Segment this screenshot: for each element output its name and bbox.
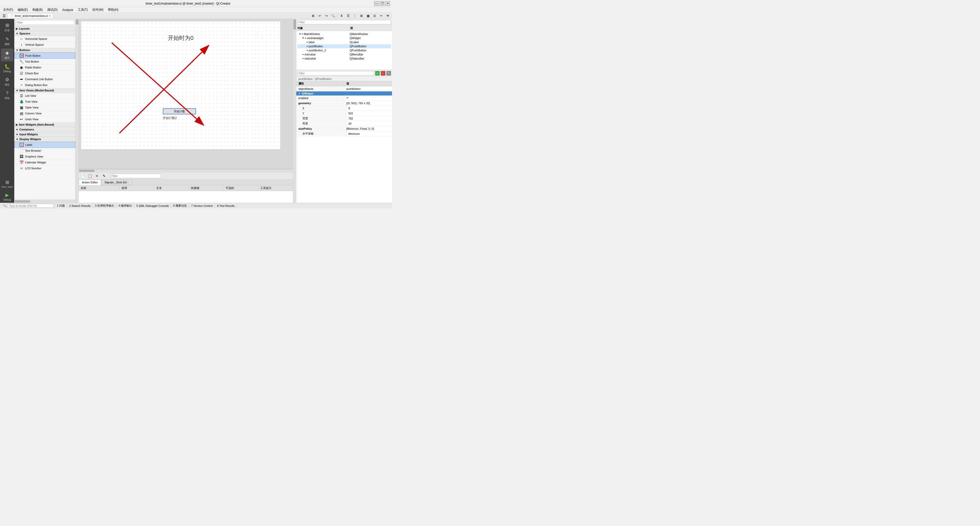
widget-item-treeview[interactable]: 🌲 Tree View xyxy=(14,99,75,105)
toolbar-design-btn1[interactable]: ⊞ xyxy=(310,13,316,19)
sidebar-item-debug2[interactable]: ▶ Debug xyxy=(1,191,13,203)
category-itemviews[interactable]: ▼ Item Views (Model-Based) xyxy=(14,88,75,93)
toolbar-layout-f[interactable]: ▦ xyxy=(365,13,371,19)
menu-file[interactable]: 文件(F) xyxy=(1,7,15,13)
widget-item-toolbutton[interactable]: 🔧 Tool Button xyxy=(14,59,75,65)
canvas-form[interactable]: 开始时为0 开始计数 开始计数2 xyxy=(81,21,280,149)
toolbar-break[interactable]: ✂ xyxy=(378,13,384,19)
design-scrollbar-thumb-v[interactable] xyxy=(293,19,296,30)
action-editor-filter[interactable] xyxy=(110,174,161,178)
tree-row-pushbutton2[interactable]: ▪ pushButton_2 QPushButton xyxy=(298,48,391,53)
ae-edit-btn[interactable]: ✎ xyxy=(101,173,107,179)
category-inputwidgets[interactable]: ▼ Input Widgets xyxy=(14,132,75,137)
tree-row-statusbar[interactable]: ▪ statusbar QStatusBar xyxy=(298,56,391,61)
widget-filter-input[interactable] xyxy=(15,20,74,25)
status-app-output[interactable]: 3 应用程序输出 xyxy=(93,203,116,208)
prop-row-height[interactable]: 高度 20 xyxy=(296,121,392,126)
widget-item-dialogbuttonbox[interactable]: ✕ Dialog Button Box xyxy=(14,82,75,88)
tree-row-centralwidget[interactable]: ▼ ▪ centralwidget QWidget xyxy=(298,36,391,40)
tab-signals-slots[interactable]: Signals _Slots Ed··· xyxy=(101,180,132,185)
sidebar-item-help[interactable]: ? 帮助 xyxy=(1,89,13,102)
widget-item-hspacer[interactable]: ↔ Horizontal Spacer xyxy=(14,36,75,42)
widget-item-textbrowser[interactable]: 📄 Text Browser xyxy=(14,148,75,154)
prop-section-qwidget[interactable]: ▼ QWidget xyxy=(296,91,392,96)
widget-item-vspacer[interactable]: ↕ Vertical Spacer xyxy=(14,42,75,48)
toolbar-preview[interactable]: 👁 xyxy=(385,13,391,19)
sidebar-toggle-btn[interactable]: ☰ xyxy=(1,13,7,19)
ae-new-btn[interactable]: 📄 xyxy=(80,173,86,179)
toolbar-layout-v[interactable]: ⋮ xyxy=(352,13,358,19)
sidebar-item-project2[interactable]: ⊞ timer_test2 xyxy=(1,178,13,190)
design-scrollbar-v-left[interactable] xyxy=(76,19,79,203)
widget-item-commandlink[interactable]: ➡ Command Link Button xyxy=(14,77,75,82)
design-scrollbar-thumb-h[interactable] xyxy=(79,170,94,172)
widget-item-label[interactable]: A Label xyxy=(14,142,75,148)
prop-row-width[interactable]: 宽度 782 xyxy=(296,116,392,121)
menu-help[interactable]: 帮助(H) xyxy=(106,7,121,13)
category-layouts[interactable]: ▶ Layouts xyxy=(14,26,75,31)
tree-row-label[interactable]: ▪ label QLabel xyxy=(298,40,391,44)
ae-delete-btn[interactable]: ✕ xyxy=(94,173,100,179)
prop-row-sizepolicy[interactable]: sizePolicy [Minimum, Fixed, 0, 0] xyxy=(296,126,392,131)
status-overview[interactable]: 6 概要信息 xyxy=(171,203,189,208)
category-spacers[interactable]: ▼ Spacers xyxy=(14,31,75,36)
category-containers[interactable]: ▼ Containers xyxy=(14,127,75,132)
menu-tools[interactable]: 工具(T) xyxy=(76,7,90,13)
widget-item-checkbox[interactable]: ☑ Check Box xyxy=(14,70,75,77)
sidebar-item-edit[interactable]: ✎ 编辑 xyxy=(1,35,13,48)
category-itemwidgets[interactable]: ▶ Item Widgets (Item-Based) xyxy=(14,122,75,127)
minimize-button[interactable]: — xyxy=(374,1,379,6)
file-tab[interactable]: 📄 timer_test1/mainwindow.ui ✕ xyxy=(8,13,53,18)
scrollbar-thumb-top[interactable] xyxy=(76,19,78,24)
widget-item-undoview[interactable]: ↩ Undo View xyxy=(14,116,75,122)
prop-row-geometry[interactable]: geometry [(9, 502), 782 x 20] xyxy=(296,100,392,106)
widget-item-graphicsview[interactable]: 🖼 Graphics View xyxy=(14,154,75,159)
object-inspector-filter[interactable] xyxy=(298,20,391,24)
property-add-btn[interactable]: + xyxy=(375,71,380,76)
menu-build[interactable]: 构建(B) xyxy=(30,7,45,13)
property-edit-btn[interactable]: ✎ xyxy=(387,71,391,76)
toolbar-layout-s[interactable]: ⊡ xyxy=(372,13,378,19)
prop-row-enabled[interactable]: enabled ✔ xyxy=(296,96,392,100)
tree-row-pushbutton[interactable]: ▪ pushButton QPushButton xyxy=(298,44,391,48)
widget-item-calendarwidget[interactable]: 📅 Calendar Widget xyxy=(14,159,75,166)
file-tab-close[interactable]: ✕ xyxy=(49,14,51,18)
menu-edit[interactable]: 编辑(E) xyxy=(16,7,30,13)
status-test-results[interactable]: 8 Test Results xyxy=(215,203,237,208)
tab-action-editor[interactable]: Action Editor xyxy=(79,180,101,185)
widget-item-columnview[interactable]: ▤ Column View xyxy=(14,110,75,116)
sidebar-item-design[interactable]: ◈ 设计 xyxy=(1,48,13,61)
status-qml-debugger[interactable]: 5 QML Debugger Console xyxy=(134,203,171,208)
menu-controls[interactable]: 控件(W) xyxy=(90,7,105,13)
status-search-input[interactable] xyxy=(8,204,54,208)
toolbar-design-btn3[interactable]: ↪ xyxy=(323,13,329,19)
toolbar-play-btn[interactable]: ⏸ xyxy=(339,13,345,19)
widget-item-radiobutton[interactable]: ◉ Radio Button xyxy=(14,65,75,70)
design-canvas[interactable]: 开始时为0 开始计数 开始计数2 xyxy=(79,19,293,169)
canvas-button1[interactable]: 开始计数 xyxy=(163,108,196,115)
design-scrollbar-v-right[interactable] xyxy=(293,19,296,203)
tree-row-mainwindow[interactable]: ▼ ▪ MainWindow QMainWindow xyxy=(298,32,391,36)
widget-scrollbar-thumb-h[interactable] xyxy=(15,201,30,202)
prop-row-objectname[interactable]: objectName pushButton xyxy=(296,86,392,91)
toolbar-design-btn4[interactable]: 🔍 xyxy=(330,13,336,19)
property-filter-input[interactable] xyxy=(298,71,374,76)
toolbar-layout-h[interactable]: ☰ xyxy=(345,13,351,19)
prop-row-hpolicy[interactable]: 水平策略 Minimum xyxy=(296,131,392,136)
status-search-results[interactable]: 2 Search Results xyxy=(67,203,93,208)
close-button[interactable]: ✕ xyxy=(385,1,390,6)
sidebar-item-project[interactable]: ⚙ 项目 xyxy=(1,75,13,88)
prop-row-y[interactable]: Y 502 xyxy=(296,111,392,116)
status-compile-output[interactable]: 4 编译输出 xyxy=(116,203,134,208)
widget-panel-scrollbar-h[interactable] xyxy=(14,200,75,203)
maximize-button[interactable]: ❐ xyxy=(380,1,384,6)
widget-item-tableview[interactable]: ▦ Table View xyxy=(14,105,75,110)
toolbar-design-btn2[interactable]: ↩ xyxy=(317,13,323,19)
toolbar-layout-g[interactable]: ⊞ xyxy=(358,13,364,19)
ae-copy-btn[interactable]: 📋 xyxy=(87,173,93,179)
property-remove-btn[interactable]: − xyxy=(381,71,385,76)
prop-row-x[interactable]: X 9 xyxy=(296,106,392,111)
sidebar-item-welcome[interactable]: ⊞ 欢迎 xyxy=(1,21,13,34)
design-scrollbar-h[interactable] xyxy=(79,169,293,172)
category-displaywidgets[interactable]: ▼ Display Widgets xyxy=(14,137,75,142)
